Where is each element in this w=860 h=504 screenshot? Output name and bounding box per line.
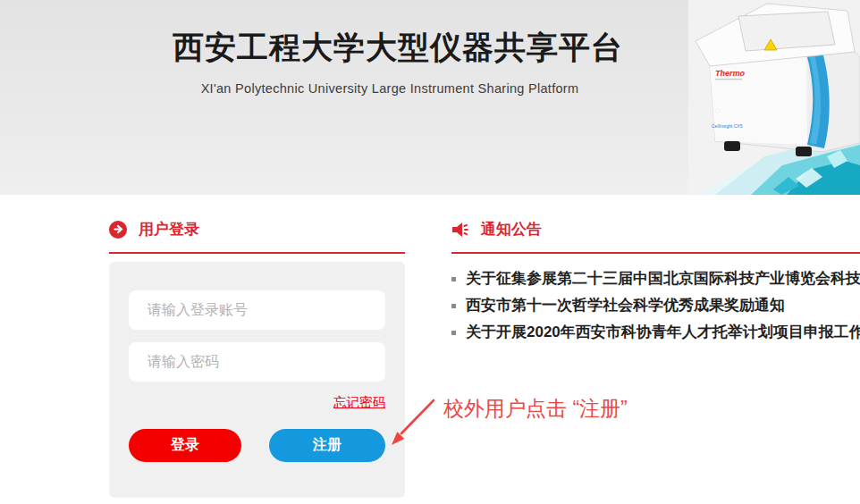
bullet-square-icon [451, 277, 456, 281]
notice-item-text: 关于开展2020年西安市科协青年人才托举计划项目申报工作的通知 [466, 323, 860, 340]
notice-section: 通知公告 关于征集参展第二十三届中国北京国际科技产业博览会科技成果 西安市第十一… [451, 219, 860, 346]
arrow-circle-icon [109, 221, 127, 239]
megaphone-icon [451, 221, 469, 239]
header-title-block: 西安工程大学大型仪器共享平台 XI'an Polytechnic Univers… [173, 27, 607, 96]
forgot-password-row: 忘记密码 [129, 394, 385, 411]
account-input[interactable] [129, 290, 385, 330]
annotation-label: 校外用户点击 “注册” [443, 395, 628, 423]
login-section-header: 用户登录 [109, 219, 405, 254]
page-header: 西安工程大学大型仪器共享平台 XI'an Polytechnic Univers… [0, 0, 860, 195]
notice-item-text: 西安市第十一次哲学社会科学优秀成果奖励通知 [466, 297, 785, 314]
notice-list: 关于征集参展第二十三届中国北京国际科技产业博览会科技成果 西安市第十一次哲学社会… [451, 265, 860, 346]
notice-section-title: 通知公告 [481, 219, 542, 239]
login-buttons-row: 登录 注册 [129, 429, 385, 462]
notice-list-item[interactable]: 关于征集参展第二十三届中国北京国际科技产业博览会科技成果 [451, 265, 860, 292]
page-subtitle: XI'an Polytechnic University Large Instr… [173, 81, 607, 96]
notice-list-item[interactable]: 关于开展2020年西安市科协青年人才托举计划项目申报工作的通知 [451, 319, 860, 346]
svg-text:Thermo: Thermo [715, 69, 746, 78]
page-title: 西安工程大学大型仪器共享平台 [173, 27, 607, 69]
login-card: 忘记密码 登录 注册 [109, 262, 405, 498]
bullet-square-icon [451, 304, 456, 308]
notice-item-text: 关于征集参展第二十三届中国北京国际科技产业博览会科技成果 [466, 270, 860, 287]
notice-section-header: 通知公告 [451, 219, 860, 254]
svg-text:CellInsight CX5: CellInsight CX5 [712, 123, 743, 129]
login-section: 用户登录 忘记密码 登录 注册 [109, 219, 405, 498]
instrument-photo-illustration: Thermo CellInsight CX5 [688, 0, 860, 195]
annotation-arrow-icon [384, 397, 440, 450]
notice-list-item[interactable]: 西安市第十一次哲学社会科学优秀成果奖励通知 [451, 292, 860, 319]
bullet-square-icon [451, 331, 456, 335]
register-button[interactable]: 注册 [269, 429, 385, 462]
password-input[interactable] [129, 342, 385, 382]
forgot-password-link[interactable]: 忘记密码 [333, 395, 385, 409]
login-section-title: 用户登录 [139, 219, 199, 239]
login-button[interactable]: 登录 [129, 429, 241, 462]
